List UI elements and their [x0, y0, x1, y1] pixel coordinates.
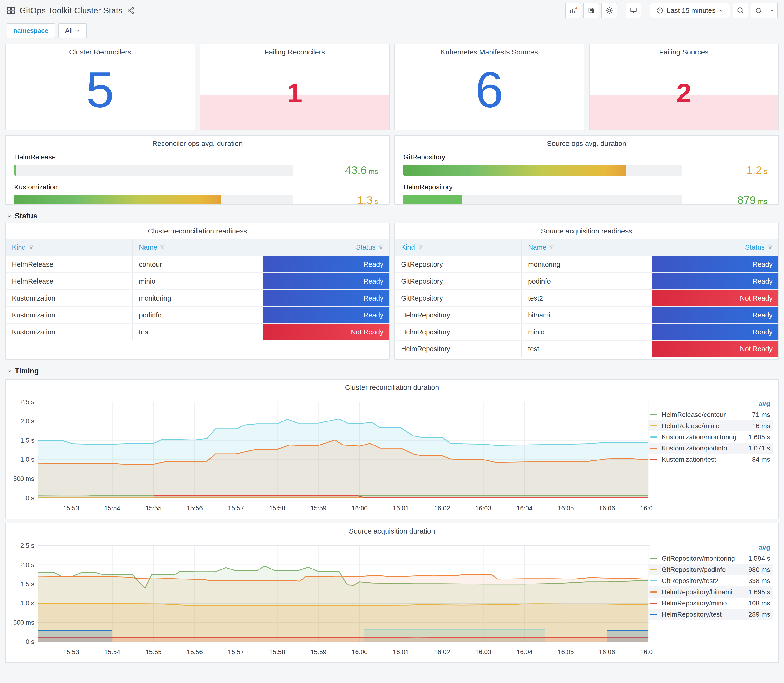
- table-header-row: KindNameStatus: [395, 239, 778, 256]
- series-fill-HelmRepository/bitnami: [38, 574, 648, 642]
- x-axis-tick-label: 15:53: [63, 505, 79, 512]
- y-axis-tick-label: 2.0 s: [20, 561, 34, 569]
- bar-gauge-track: [403, 195, 682, 205]
- table-row: KustomizationpodinfoReady: [6, 306, 389, 323]
- column-header-label: Kind: [12, 244, 26, 251]
- legend-item[interactable]: HelmRelease/minio16 ms: [648, 420, 773, 431]
- legend-series-swatch: [650, 459, 657, 460]
- y-axis-tick-label: 1.0 s: [20, 456, 34, 463]
- legend-series-name[interactable]: HelmRepository/bitnami: [662, 588, 748, 596]
- filter-funnel-icon[interactable]: [418, 245, 423, 250]
- legend-series-name[interactable]: HelmRepository/minio: [662, 600, 748, 607]
- section-label: Timing: [15, 367, 39, 375]
- save-dashboard-icon: [588, 7, 595, 14]
- legend-series-name[interactable]: GitRepository/monitoring: [662, 555, 748, 562]
- table-header-row: KindNameStatus: [6, 239, 389, 256]
- add-panel-icon: [569, 6, 577, 14]
- x-axis-tick-label: 16:07: [640, 648, 654, 656]
- cell-kind: GitRepository: [395, 256, 521, 273]
- cell-name: minio: [521, 324, 652, 340]
- legend-series-swatch: [650, 436, 657, 438]
- save-dashboard-button[interactable]: [584, 3, 599, 18]
- column-header-status[interactable]: Status: [263, 239, 389, 256]
- legend-item[interactable]: GitRepository/podinfo980 ms: [648, 564, 773, 575]
- stat-value: 2: [590, 81, 779, 106]
- time-series-plot[interactable]: 0 s500 ms1.0 s1.5 s2.0 s2.5 s15:5315:541…: [10, 541, 654, 660]
- share-icon[interactable]: [127, 6, 135, 14]
- cell-status: Ready: [263, 256, 389, 273]
- legend-item[interactable]: Kustomization/monitoring1.605 s: [648, 431, 773, 443]
- bar-gauge-fill: [403, 165, 627, 176]
- legend-item[interactable]: HelmRelease/contour71 ms: [648, 409, 773, 420]
- x-axis-tick-label: 15:57: [228, 505, 244, 512]
- column-header-kind[interactable]: Kind: [395, 239, 521, 256]
- x-axis-tick-label: 15:53: [63, 648, 79, 656]
- legend-series-name[interactable]: Kustomization/monitoring: [662, 433, 748, 441]
- readiness-table: KindNameStatusGitRepositorymonitoringRea…: [395, 239, 778, 357]
- zoom-out-icon: [737, 6, 744, 14]
- filter-funnel-icon[interactable]: [160, 245, 165, 250]
- toolbar: Last 15 minutes: [565, 3, 778, 18]
- legend-series-name[interactable]: HelmRepository/test: [662, 611, 748, 618]
- legend-item[interactable]: Kustomization/test84 ms: [648, 454, 773, 465]
- column-header-name[interactable]: Name: [132, 239, 263, 256]
- variable-label-namespace[interactable]: namespace: [6, 23, 55, 38]
- table-panel-source-readiness: Source acquisition readiness KindNameSta…: [394, 223, 779, 359]
- add-panel-button[interactable]: [565, 3, 581, 18]
- chart-panel-source-acquisition-duration: Source acquisition duration 0 s500 ms1.0…: [5, 523, 779, 663]
- legend-series-name[interactable]: HelmRelease/contour: [662, 411, 752, 418]
- legend-series-name[interactable]: HelmRelease/minio: [662, 422, 752, 430]
- stat-panel-cluster-reconcilers: Cluster Reconcilers 5: [5, 44, 195, 130]
- variable-value-dropdown[interactable]: All: [58, 23, 87, 38]
- legend-series-swatch: [650, 603, 657, 604]
- time-series-plot[interactable]: 0 s500 ms1.0 s1.5 s2.0 s2.5 s15:5315:541…: [10, 397, 654, 516]
- cell-kind: HelmRepository: [395, 324, 521, 340]
- cell-kind: GitRepository: [395, 273, 521, 289]
- panel-title: Kubernetes Manifests Sources: [395, 44, 584, 56]
- x-axis-tick-label: 15:57: [228, 648, 244, 656]
- legend-item[interactable]: HelmRepository/test289 ms: [648, 609, 773, 620]
- filter-funnel-icon[interactable]: [378, 245, 383, 250]
- gauge-panel-reconciler-ops: Reconciler ops avg. duration HelmRelease…: [5, 135, 390, 205]
- time-range-picker[interactable]: Last 15 minutes: [650, 3, 730, 18]
- legend-series-name[interactable]: GitRepository/test2: [662, 577, 748, 585]
- column-header-kind[interactable]: Kind: [6, 239, 132, 256]
- refresh-interval-button[interactable]: [766, 3, 778, 18]
- zoom-out-button[interactable]: [733, 3, 748, 18]
- legend-item[interactable]: HelmRepository/bitnami1.695 s: [648, 586, 773, 598]
- x-axis-tick-label: 15:55: [146, 648, 162, 656]
- table-row: HelmRepositorybitnamiReady: [395, 306, 778, 323]
- filter-funnel-icon[interactable]: [768, 245, 773, 250]
- filter-funnel-icon[interactable]: [29, 245, 34, 250]
- x-axis-tick-label: 16:04: [516, 505, 533, 512]
- y-axis-tick-label: 2.5 s: [20, 542, 34, 549]
- bar-gauge-label: Kustomization: [14, 183, 381, 191]
- legend-item[interactable]: GitRepository/test2338 ms: [648, 575, 773, 586]
- column-header-name[interactable]: Name: [521, 239, 652, 256]
- table-row: GitRepositorymonitoringReady: [395, 256, 778, 273]
- legend-item[interactable]: Kustomization/podinfo1.071 s: [648, 443, 773, 454]
- legend-series-name[interactable]: Kustomization/test: [662, 456, 752, 463]
- legend-series-name[interactable]: GitRepository/podinfo: [662, 566, 748, 574]
- dashboard-settings-button[interactable]: [601, 3, 617, 18]
- row-header-status[interactable]: Status: [6, 212, 779, 220]
- bar-gauge-value: 1.3s: [293, 194, 381, 205]
- bar-gauge-gitrepository: GitRepository 1.2s: [403, 153, 770, 176]
- panel-title: Failing Sources: [590, 44, 779, 56]
- stat-value: 6: [395, 67, 584, 112]
- stat-panel-failing-sources: Failing Sources 2: [589, 44, 779, 130]
- panel-title: Source acquisition readiness: [395, 223, 778, 235]
- cycle-view-button[interactable]: [626, 3, 641, 18]
- refresh-button[interactable]: [751, 3, 766, 18]
- legend-avg-header[interactable]: avg: [648, 542, 773, 553]
- column-header-label: Status: [356, 244, 375, 251]
- chart-legend: avgGitRepository/monitoring1.594 sGitRep…: [648, 542, 773, 620]
- legend-avg-header[interactable]: avg: [648, 399, 773, 409]
- column-header-status[interactable]: Status: [652, 239, 778, 256]
- legend-item[interactable]: GitRepository/monitoring1.594 s: [648, 553, 773, 564]
- dashboard-grid-icon[interactable]: [6, 6, 15, 15]
- filter-funnel-icon[interactable]: [549, 245, 554, 250]
- legend-series-name[interactable]: Kustomization/podinfo: [662, 444, 748, 452]
- row-header-timing[interactable]: Timing: [6, 367, 779, 375]
- legend-item[interactable]: HelmRepository/minio108 ms: [648, 598, 773, 609]
